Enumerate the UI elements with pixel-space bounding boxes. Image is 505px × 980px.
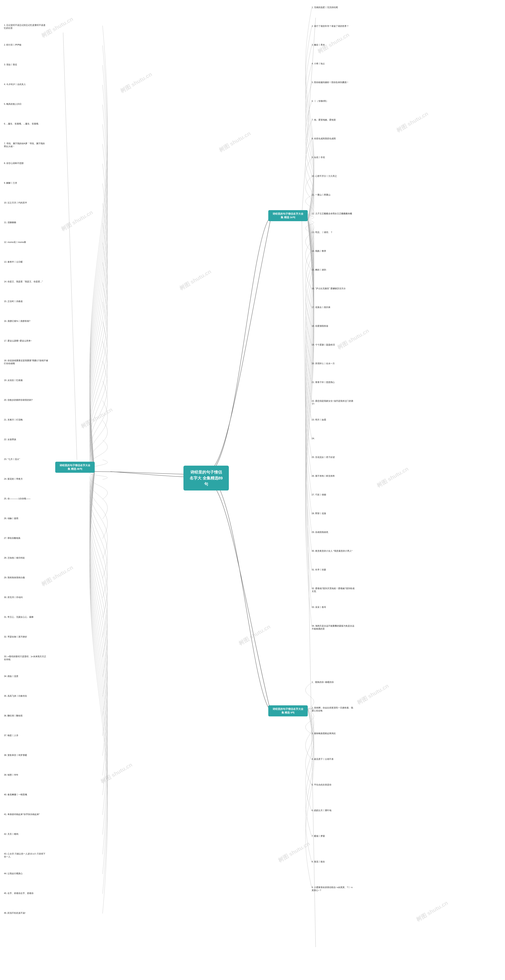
right-top-item-21: 21. 青青子衿丨悠悠我心 — [312, 381, 335, 384]
left-item-24: 24. 梨花初丨带夜月 — [4, 477, 23, 480]
watermark: 树图 shutu.cn — [99, 761, 134, 785]
svg-line-2 — [302, 219, 316, 947]
right-top-item-32: 32. 爱着他?直到天荒地老！爱着她?直到给老 天荒. — [312, 587, 355, 593]
left-item-37: 37. 物是丨人非 — [4, 734, 18, 737]
left-item-23: 23. "七月丨流火" — [4, 458, 20, 461]
right-top-item-16: 16. "庐士比无微笑" 爱娜丽莎没天分 — [312, 287, 346, 290]
left-item-27: 27. 翠给你翻地鱼 — [4, 537, 21, 539]
left-item-14: 14. 你是王、我是星「我是王、你是星..." — [4, 280, 43, 283]
right-top-item-9: 9. 仙花丨非花 — [312, 156, 325, 159]
left-item-39: 39. 锦慧丨华年 — [4, 773, 18, 776]
branch-right-34: 诗经里的句子情侣名字大全集 精选 34句 — [268, 210, 308, 221]
branch-right-9: 诗经里的句子情侣名字大全集 精选 9句 — [268, 705, 308, 716]
left-item-13: 13. 春将半丨云日暖 — [4, 261, 23, 263]
left-item-28: 28. 怎知他丨春归何处 — [4, 557, 25, 559]
right-bottom-item-7: 7. 暖绒丨梦茵 — [312, 835, 325, 838]
right-top-item-1: 1. 无绪的温柔丨无言的结尾 — [312, 6, 338, 9]
right-top-item-24: 24. — [312, 437, 314, 440]
mind-map: 树图 shutu.cn 树图 shutu.cn 树图 shutu.cn 树图 s… — [0, 0, 505, 980]
right-top-item-26: 26. 塞不有钩丨鲜克有终 — [312, 474, 335, 477]
left-item-42: 42. 关关丨雎鸠 — [4, 833, 18, 835]
left-item-21: 21. 东篱月丨灯花晚 — [4, 418, 23, 421]
right-top-item-29: 29. 你表阳我表死 — [312, 531, 328, 534]
watermark: 树图 shutu.cn — [40, 564, 75, 588]
right-bottom-item-2: 2. 突然啊，你会比得更漂亮一旦拥有着、我 爱心你后悔 — [312, 706, 353, 713]
left-item-33: 33. ∞誓经的誓经只是普经、}∞未来我天天正 在待续. — [4, 655, 46, 661]
left-item-19: 19. 从别后丨忆相逢 — [4, 379, 23, 382]
left-item-41: 41. 单身派对稿起来*你手快乐稿起来* — [4, 813, 40, 816]
left-item-40: 40. 春意阑珊丨一晴贵珮 — [4, 793, 27, 796]
right-top-item-17: 17. 花落去丨燕归来 — [312, 306, 330, 309]
left-item-2: 2. 听行宫丨声声歇 — [4, 43, 22, 46]
left-item-18: 18. 你说游戏重要还是我重要?我数1?游戏不被 打你你就哦 — [4, 359, 48, 365]
left-item-32: 32. 琴瑟在御丨莫不静好 — [4, 635, 27, 638]
left-item-46: 46. 距浅不枉此道不渝! — [4, 912, 25, 915]
watermark: 树图 shutu.cn — [218, 130, 252, 154]
right-bottom-item-5: 5. 平生自此欣喜是你 — [312, 783, 332, 786]
right-top-item-5: 5. 陪你校服到婚纱！陪你告来到桑国！ — [312, 81, 349, 84]
right-top-item-12: 12. 儿子立正蘸蘸走命我女立正蘸蘸蘸命蘸 — [312, 212, 352, 215]
right-bottom-item-4: 4. 疏见君子丨云胡不喜 — [312, 758, 333, 760]
right-top-item-18: 18. 你爱酒我有壶 — [312, 325, 328, 328]
watermark: 树图 shutu.cn — [336, 327, 370, 351]
right-top-item-2: 2. 谁疗了谁的年华？谁途了谁的世界？ — [312, 25, 349, 28]
right-top-item-33: 33. 采采丨卷耳 — [312, 606, 326, 609]
watermark: 树图 shutu.cn — [119, 70, 154, 95]
right-bottom-item-9: 9. 小爱家喜欢的情侣组合~x余莫莫、?丨~x 莫莫心~？ — [312, 886, 353, 892]
left-item-34: 34. 残妆丨流景 — [4, 675, 18, 678]
watermark: 树图 shutu.cn — [395, 110, 430, 134]
watermark: 树图 shutu.cn — [375, 465, 410, 489]
left-item-17: 17. 爱这么甜嗯~爱这么简单~ — [4, 339, 32, 342]
watermark: 树图 shutu.cn — [316, 31, 351, 55]
branch-left-46: 诗经里的句子情侣名字大全集 精选 46句 — [55, 462, 95, 473]
watermark: 树图 shutu.cn — [356, 682, 390, 706]
left-item-11: 11. 花吻吻吻 — [4, 221, 16, 224]
right-top-item-3: 3. 幽谷丨养木 — [312, 43, 325, 46]
left-item-36: 36. 翻红情丨翻绿意 — [4, 714, 23, 717]
left-item-31: 31. 帝王心、无圆女心心、最棒 — [4, 616, 33, 619]
right-top-item-34: 34. 海阔天是永远不能重叠的圆弧与鱼是永远 不能相遇的里 — [312, 624, 354, 631]
right-top-item-19: 19. 寸寸柔肠丨盈盈粉泪 — [312, 343, 335, 346]
right-bottom-item-3: 3. 暮秋晚落霜夜起寒风狂 — [312, 732, 336, 735]
watermark: 树图 shutu.cn — [60, 208, 94, 233]
left-item-29: 29. 我有辣条我有白薇 — [4, 576, 25, 579]
left-item-20: 20. 你散步的模样你谁骨的刺? — [4, 399, 33, 401]
right-top-item-6: 6. 丨（专聊//阿） — [312, 100, 328, 103]
right-top-item-22: 22. 爱恋强是我家女生! 须丹是我米过门的善 子! — [312, 399, 353, 406]
right-bottom-item-6: 6. 皑皑云天丨冀叶地 — [312, 809, 332, 812]
left-item-8: 8. 你甘心回眸不想那 — [4, 162, 24, 165]
right-top-item-27: 27. 巧笑丨倩都 — [312, 493, 326, 496]
left-item-9: 9. 解解丨兰舟 — [4, 181, 17, 185]
left-item-10: 10. 过之天关丨约的其半 — [4, 201, 27, 204]
right-top-item-15: 15. 枫轻丨凌韵 — [312, 268, 326, 271]
right-top-item-20: 20. 所谓伊人丨在水一方 — [312, 362, 335, 365]
left-item-5: 5. 晚风吹散人归日 — [4, 103, 22, 105]
right-bottom-item-1: 1、视角的你~春暖的你 — [312, 681, 334, 684]
watermark: 树图 shutu.cn — [178, 268, 213, 292]
left-item-22: 22. 女孩男孩 — [4, 438, 16, 441]
left-item-15: 15. 正住时丨亦曲道 — [4, 300, 23, 303]
right-top-item-14: 14. 我跑丨整养 — [312, 250, 326, 253]
right-bottom-item-8: 8. 落花丨犹在 — [312, 860, 325, 863]
watermark: 树图 shutu.cn — [79, 406, 114, 430]
svg-line-1 — [302, 18, 316, 215]
left-item-4: 4. 今夕何夕丨去此良人 — [4, 83, 26, 86]
right-top-item-30: 30. 夜意夜意的小女人 *我意最意的小男人* — [312, 549, 352, 552]
right-top-item-13: 13. 苟且、丨请些、？ — [312, 231, 333, 234]
left-item-35: 35. 高高飞来丨问春何在 — [4, 695, 27, 697]
connector-lines — [0, 0, 505, 980]
right-top-item-11: 11. 一重山丨两重山 — [312, 193, 330, 196]
watermark: 树图 shutu.cn — [415, 899, 449, 923]
left-item-38: 38. 笼歌单音丨绮罗香暖 — [4, 754, 27, 757]
left-item-1: 1. 忘记是经不该忘记的忘记忆是量经不该遗 忆的往昔 — [4, 24, 45, 30]
right-top-item-7: 7. 他、爱宠地她、爱他宠 — [312, 118, 336, 121]
right-top-item-10: 10. 心密不开分丨欠久而之 — [312, 175, 337, 178]
left-item-12: 12. momo花丨momo慕 — [4, 241, 26, 243]
left-item-25: 25. 你————1仿你哦—— — [4, 497, 30, 500]
right-top-item-23: 23. 明月丨如霜 — [312, 418, 326, 421]
right-top-item-28: 28. 野荣丨花落 — [312, 512, 326, 515]
left-item-16: 16. 肩膀们墙%丨肩膀有墙? — [4, 320, 30, 323]
right-top-item-4: 4. 小将丨知止 — [312, 62, 325, 65]
watermark: 树图 shutu.cn — [277, 840, 311, 864]
right-top-item-25: 25. 百花流女丨君子好逑 — [312, 456, 335, 459]
